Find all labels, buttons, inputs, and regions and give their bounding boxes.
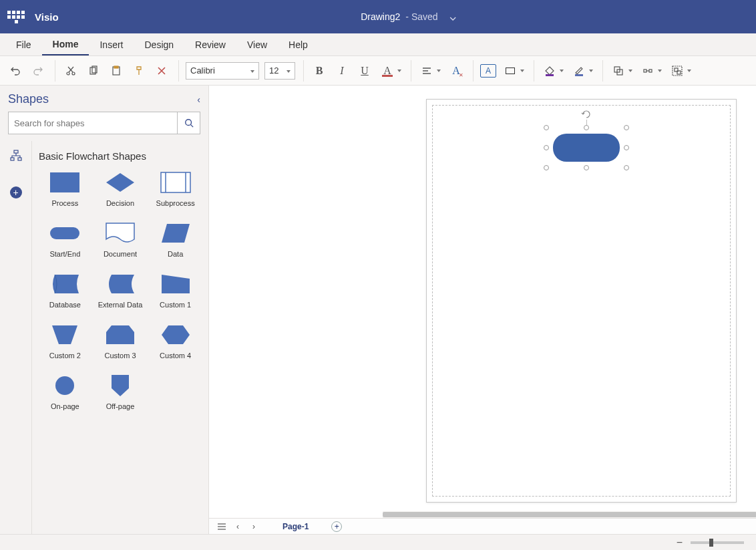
line-color-button[interactable] — [570, 62, 594, 80]
bold-button[interactable]: B — [311, 62, 328, 80]
shape-externaldata[interactable]: External Data — [94, 273, 147, 309]
undo-button[interactable] — [7, 62, 24, 80]
redo-button[interactable] — [29, 62, 47, 80]
shape-custom4[interactable]: Custom 4 — [149, 323, 202, 360]
shapes-panel: Shapes ‹ + Basic Flowchart Shapes — [0, 86, 209, 534]
page-list-icon[interactable] — [217, 522, 226, 531]
search-button[interactable] — [177, 112, 200, 134]
zoom-slider[interactable] — [691, 541, 744, 544]
canvas[interactable] — [209, 86, 756, 518]
position-button[interactable] — [639, 62, 663, 80]
resize-handle-nw[interactable] — [544, 125, 549, 130]
document-title[interactable]: Drawing2 - Saved — [361, 11, 456, 22]
group-button[interactable] — [669, 62, 693, 80]
svg-point-28 — [55, 376, 74, 395]
shape-custom1[interactable]: Custom 1 — [149, 273, 202, 309]
shape-fill-button[interactable] — [541, 62, 565, 80]
resize-handle-n[interactable] — [584, 125, 589, 130]
shape-outline-button[interactable] — [502, 62, 526, 80]
tab-home[interactable]: Home — [42, 33, 89, 55]
page-tab-bar: ‹ › Page-1 + — [209, 518, 756, 534]
ribbon-tabs: File Home Insert Design Review View Help — [0, 33, 756, 56]
font-size-selector[interactable]: 12 — [264, 62, 295, 80]
shapes-search-input[interactable] — [9, 112, 177, 134]
format-painter-button[interactable] — [130, 62, 148, 80]
svg-point-15 — [185, 120, 191, 126]
zoom-thumb[interactable] — [709, 539, 713, 547]
svg-rect-18 — [18, 158, 21, 160]
tab-insert[interactable]: Insert — [89, 33, 134, 55]
horizontal-scrollbar[interactable] — [383, 511, 756, 518]
svg-marker-26 — [106, 325, 134, 344]
svg-rect-11 — [649, 70, 652, 72]
svg-marker-25 — [52, 325, 77, 344]
tab-file[interactable]: File — [5, 33, 42, 55]
shape-offpage[interactable]: Off-page — [94, 374, 147, 410]
tab-review[interactable]: Review — [184, 33, 236, 55]
shapes-search — [8, 112, 200, 134]
shape-database[interactable]: Database — [39, 273, 91, 309]
ribbon: Calibri 12 B I U A A✕ A — [0, 56, 756, 86]
underline-button[interactable]: U — [356, 62, 373, 80]
resize-handle-w[interactable] — [544, 145, 549, 150]
app-name: Visio — [35, 11, 59, 23]
next-page-button[interactable]: › — [249, 522, 258, 531]
svg-marker-27 — [162, 325, 190, 344]
shape-startend[interactable]: Start/End — [39, 222, 91, 258]
shape-data[interactable]: Data — [149, 222, 202, 258]
copy-button[interactable] — [85, 62, 102, 80]
svg-rect-5 — [114, 66, 118, 68]
svg-rect-16 — [14, 150, 18, 153]
document-name: Drawing2 — [361, 11, 400, 22]
shape-process[interactable]: Process — [39, 171, 91, 207]
zoom-out-button[interactable]: − — [677, 537, 683, 549]
app-launcher-icon[interactable] — [7, 7, 25, 26]
align-button[interactable] — [418, 62, 442, 80]
svg-marker-24 — [162, 275, 190, 293]
rotate-handle[interactable] — [581, 109, 592, 120]
svg-rect-10 — [644, 70, 646, 72]
svg-marker-29 — [112, 375, 129, 396]
cut-button[interactable] — [62, 62, 79, 80]
scrollbar-thumb[interactable] — [383, 512, 756, 517]
resize-handle-e[interactable] — [624, 145, 629, 150]
shapes-panel-title: Shapes — [8, 92, 49, 106]
shape-custom2[interactable]: Custom 2 — [39, 323, 91, 360]
font-name-selector[interactable]: Calibri — [186, 62, 259, 80]
shape-custom3[interactable]: Custom 3 — [94, 323, 147, 360]
shape-onpage[interactable]: On-page — [39, 374, 91, 410]
tab-help[interactable]: Help — [278, 33, 319, 55]
svg-marker-19 — [106, 173, 134, 192]
page-tab-1[interactable]: Page-1 — [277, 522, 314, 531]
textbox-button[interactable]: A — [480, 64, 496, 78]
title-bar: Visio Drawing2 - Saved — [0, 0, 756, 33]
svg-rect-6 — [546, 74, 554, 76]
shape-decision[interactable]: Decision — [94, 171, 147, 207]
status-bar: − — [0, 534, 756, 550]
font-color-button[interactable]: A — [379, 62, 403, 80]
paste-button[interactable] — [108, 62, 125, 80]
shape-document[interactable]: Document — [94, 222, 147, 258]
svg-marker-23 — [162, 224, 190, 243]
clear-format-button[interactable]: A✕ — [447, 62, 465, 80]
svg-point-0 — [67, 72, 69, 75]
resize-handle-s[interactable] — [584, 165, 589, 170]
drawing-page[interactable] — [426, 99, 737, 503]
tab-view[interactable]: View — [236, 33, 278, 55]
resize-handle-sw[interactable] — [544, 165, 549, 170]
tab-design[interactable]: Design — [134, 33, 184, 55]
delete-button[interactable] — [153, 62, 170, 80]
shape-library: Basic Flowchart Shapes Process Decision … — [32, 141, 208, 534]
resize-handle-se[interactable] — [624, 165, 629, 170]
shape-subprocess[interactable]: Subprocess — [149, 171, 202, 207]
selected-shape[interactable] — [546, 128, 626, 168]
add-page-button[interactable]: + — [331, 521, 342, 532]
resize-handle-ne[interactable] — [624, 125, 629, 130]
stencil-tree-icon[interactable] — [9, 149, 23, 162]
prev-page-button[interactable]: ‹ — [233, 522, 242, 531]
add-stencil-button[interactable]: + — [10, 186, 22, 198]
italic-button[interactable]: I — [333, 62, 351, 80]
shape-body[interactable] — [553, 134, 620, 162]
arrange-button[interactable] — [610, 62, 634, 80]
collapse-panel-button[interactable]: ‹ — [197, 94, 200, 105]
